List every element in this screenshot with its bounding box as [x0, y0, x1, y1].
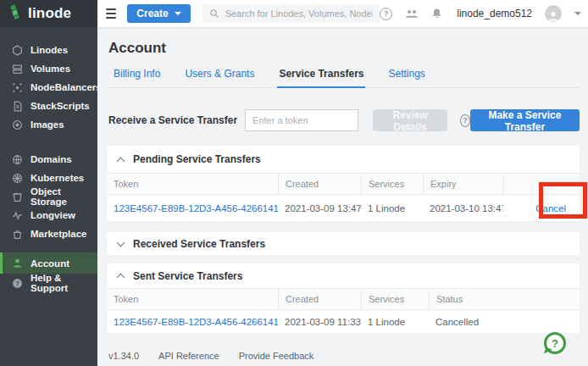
create-button[interactable]: Create — [127, 4, 190, 23]
tab-settings[interactable]: Settings — [386, 64, 426, 87]
token-input[interactable] — [245, 109, 358, 131]
sidebar-item-help-support[interactable]: ? Help & Support — [0, 274, 97, 292]
search-icon — [209, 8, 219, 19]
question-glyph: ? — [552, 337, 558, 350]
pending-table-header: Token Created Services Expiry — [107, 173, 580, 195]
page-title: Account — [108, 40, 580, 57]
sent-transfers-header[interactable]: Sent Service Transfers — [107, 263, 580, 288]
section-title: Received Service Transfers — [133, 238, 265, 250]
sidebar-item-account[interactable]: Account — [0, 252, 97, 274]
expiry-cell: 2021-03-10 13:47 — [423, 203, 503, 214]
sidebar-item-label: Account — [31, 258, 69, 269]
sidebar-item-label: Domains — [31, 154, 72, 164]
column-header-services: Services — [361, 174, 423, 194]
sidebar-item-label: StackScripts — [31, 101, 90, 111]
sidebar-item-label: Kubernetes — [31, 173, 84, 183]
stackscripts-icon — [11, 100, 23, 112]
volumes-icon — [11, 63, 23, 75]
sidebar-item-object-storage[interactable]: Object Storage — [0, 187, 97, 206]
tab-bar: Billing Info Users & Grants Service Tran… — [107, 64, 580, 88]
column-header-created: Created — [278, 174, 361, 194]
api-reference-link[interactable]: API Reference — [158, 351, 219, 361]
section-title: Pending Service Transfers — [133, 153, 261, 165]
account-icon — [11, 258, 23, 269]
sidebar-item-label: Help & Support — [31, 273, 97, 293]
receive-transfer-row: Receive a Service Transfer Review Detail… — [107, 108, 580, 132]
column-header-token: Token — [107, 289, 278, 309]
received-transfers-header[interactable]: Received Service Transfers — [107, 232, 580, 255]
created-cell: 2021-03-09 11:33 — [278, 317, 361, 327]
help-icon[interactable]: ? — [380, 8, 392, 20]
sidebar-item-longview[interactable]: Longview — [0, 206, 97, 225]
logo[interactable]: linode — [0, 0, 97, 27]
column-header-created: Created — [278, 289, 361, 309]
column-header-token: Token — [107, 174, 278, 194]
create-button-label: Create — [136, 8, 168, 19]
svg-text:?: ? — [15, 280, 19, 287]
sidebar-item-stackscripts[interactable]: StackScripts — [0, 97, 97, 115]
linodes-icon — [11, 44, 23, 56]
review-details-button[interactable]: Review Details — [373, 109, 447, 131]
services-cell: 1 Linode — [361, 317, 429, 327]
version-label: v1.34.0 — [108, 351, 139, 361]
created-cell: 2021-03-09 13:47 — [278, 203, 361, 214]
pending-transfers-header[interactable]: Pending Service Transfers — [107, 146, 580, 173]
section-title: Sent Service Transfers — [133, 270, 242, 282]
domains-icon — [11, 153, 23, 165]
notifications-bell-icon[interactable] — [431, 8, 442, 19]
chevron-down-icon — [117, 238, 125, 247]
kubernetes-icon — [11, 172, 23, 184]
sidebar-item-volumes[interactable]: Volumes — [0, 59, 97, 78]
token-link[interactable]: 123E4567-E89B-12D3-A456-426614174000 — [114, 203, 278, 214]
chevron-down-icon[interactable] — [574, 12, 581, 15]
search-bar[interactable] — [202, 4, 380, 23]
main-content: Account Billing Info Users & Grants Serv… — [97, 27, 588, 366]
cancel-button[interactable]: Cancel — [535, 203, 566, 214]
token-link[interactable]: 123E4567-E89B-12D3-A456-426614174001 — [114, 317, 278, 327]
linode-cloud-manager: linode Linodes Volumes NodeBalancers Sta… — [0, 0, 588, 366]
nodebalancers-icon — [11, 81, 23, 93]
help-icon[interactable]: ? — [460, 114, 470, 127]
object-storage-icon — [11, 191, 23, 202]
column-header-expiry: Expiry — [423, 174, 503, 194]
table-row: 123E4567-E89B-12D3-A456-426614174000 202… — [107, 195, 580, 221]
sidebar-item-linodes[interactable]: Linodes — [0, 41, 97, 59]
topbar-actions: ? linode_demo512 — [380, 5, 581, 22]
sidebar-item-images[interactable]: Images — [0, 115, 97, 134]
table-row: 123E4567-E89B-12D3-A456-426614174001 202… — [107, 310, 580, 333]
sidebar-item-label: Object Storage — [31, 186, 97, 207]
help-bubble-button[interactable]: ? — [544, 332, 566, 354]
column-header-services: Services — [361, 289, 429, 309]
sidebar-item-label: Marketplace — [31, 229, 86, 239]
make-service-transfer-button[interactable]: Make a Service Transfer — [470, 109, 580, 131]
avatar[interactable] — [545, 5, 562, 22]
footer: v1.34.0 API Reference Provide Feedback — [107, 351, 580, 361]
sidebar-item-kubernetes[interactable]: Kubernetes — [0, 169, 97, 187]
column-header-action — [503, 174, 580, 194]
help-icon: ? — [11, 277, 23, 289]
menu-icon[interactable] — [106, 8, 116, 19]
search-input[interactable] — [225, 8, 374, 19]
status-cell: Cancelled — [429, 317, 580, 327]
sidebar-item-domains[interactable]: Domains — [0, 150, 97, 169]
chevron-up-icon — [117, 157, 125, 165]
chevron-up-icon — [117, 274, 125, 282]
tab-service-transfers[interactable]: Service Transfers — [277, 64, 365, 88]
community-icon[interactable] — [405, 8, 419, 19]
username[interactable]: linode_demo512 — [457, 8, 532, 19]
received-transfers-card: Received Service Transfers — [107, 232, 580, 255]
sidebar-item-label: Volumes — [31, 64, 70, 74]
linode-logo-icon — [9, 4, 23, 23]
provide-feedback-link[interactable]: Provide Feedback — [239, 351, 314, 361]
receive-transfer-label: Receive a Service Transfer — [108, 114, 237, 126]
tab-billing-info[interactable]: Billing Info — [112, 64, 162, 87]
column-header-status: Status — [429, 289, 580, 309]
logo-text: linode — [28, 5, 71, 22]
sidebar-item-marketplace[interactable]: Marketplace — [0, 225, 97, 243]
sidebar-item-label: Longview — [31, 210, 75, 220]
pending-transfers-card: Pending Service Transfers Token Created … — [107, 146, 580, 221]
sidebar-item-nodebalancers[interactable]: NodeBalancers — [0, 78, 97, 97]
sidebar-item-label: Linodes — [31, 45, 68, 55]
question-glyph: ? — [384, 9, 389, 18]
tab-users-grants[interactable]: Users & Grants — [183, 64, 256, 87]
